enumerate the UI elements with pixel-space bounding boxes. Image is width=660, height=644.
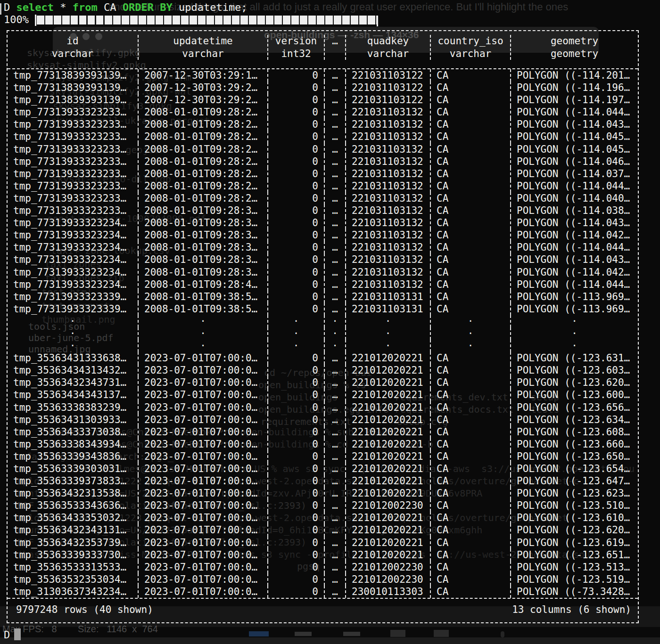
table-row: tmp_77313933323233…2008-01-01T09:28:2…0…… <box>8 130 638 143</box>
table-row: tmp_77313933323339…2008-01-01T09:38:5…0…… <box>8 291 638 303</box>
table-cell: 2023-07-01T07:00:0… <box>138 586 267 598</box>
prompt-line[interactable]: D <box>4 628 21 641</box>
table-cell: 221031103132 <box>345 130 430 143</box>
table-cell: CA <box>430 106 510 118</box>
table-cell: · <box>138 315 267 327</box>
table-cell: 2008-01-01T09:28:2… <box>138 168 267 180</box>
table-cell: 0 <box>267 573 324 586</box>
table-cell: 230010113303 <box>345 586 430 598</box>
table-cell: POLYGON ((-123.656… <box>510 401 638 414</box>
table-cell: CA <box>430 561 510 573</box>
table-row: tmp_35363434313432…2023-07-01T07:00:0…0…… <box>8 364 638 376</box>
table-cell: 2023-07-01T07:00:0… <box>138 438 267 450</box>
table-cell: tmp_35363532353034… <box>8 573 138 586</box>
table-cell: 221012020221 <box>345 475 430 487</box>
table-cell: … <box>324 217 345 229</box>
table-cell: 2008-01-01T09:28:3… <box>138 204 267 217</box>
table-body: tmp_77313839393139…2007-12-30T03:29:1…0…… <box>8 69 638 598</box>
table-cell: 221031103132 <box>345 143 430 155</box>
table-cell: tmp_35363533343636… <box>8 499 138 512</box>
table-cell: POLYGON ((-114.043… <box>510 118 638 130</box>
table-cell: 0 <box>267 549 324 561</box>
table-cell: CA <box>430 426 510 438</box>
table-cell: 2008-01-01T09:28:3… <box>138 241 267 253</box>
table-cell: tmp_77313933323233… <box>8 118 138 130</box>
table-cell: POLYGON ((-123.651… <box>510 549 638 561</box>
table-cell: POLYGON ((-123.619… <box>510 537 638 549</box>
table-cell: 2023-07-01T07:00:0… <box>138 549 267 561</box>
table-cell: tmp_35363433373038… <box>8 426 138 438</box>
table-cell: … <box>324 241 345 253</box>
table-cell: 2023-07-01T07:00:0… <box>138 352 267 364</box>
table-cell: CA <box>430 217 510 229</box>
table-cell: tmp_77313933323233… <box>8 106 138 118</box>
result-table: idvarcharupdatetimevarcharversionint32…q… <box>7 30 639 623</box>
table-cell: 221012020221 <box>345 549 430 561</box>
table-cell: 2008-01-01T09:38:5… <box>138 303 267 315</box>
table-cell: POLYGON ((-123.654… <box>510 463 638 475</box>
table-row: tmp_77313933323233…2008-01-01T09:28:3…0…… <box>8 204 638 217</box>
table-cell: POLYGON ((-123.647… <box>510 475 638 487</box>
table-cell: CA <box>430 278 510 291</box>
table-cell: POLYGON ((-123.620… <box>510 376 638 389</box>
table-cell: POLYGON ((-114.197… <box>510 94 638 106</box>
table-cell: 0 <box>267 266 324 278</box>
table-cell: POLYGON ((-114.044… <box>510 278 638 291</box>
table-cell: tmp_35363339333730… <box>8 549 138 561</box>
table-cell: tmp_77313933323233… <box>8 204 138 217</box>
table-cell: … <box>324 586 345 598</box>
table-row-ellipsis: ······· <box>8 315 638 327</box>
table-cell: tmp_77313933323233… <box>8 130 138 143</box>
table-cell: POLYGON ((-114.044… <box>510 106 638 118</box>
table-cell: CA <box>430 253 510 266</box>
table-cell: tmp_77313933323233… <box>8 155 138 168</box>
table-cell: CA <box>430 291 510 303</box>
table-cell: tmp_35363434313432… <box>8 364 138 376</box>
table-cell: 221031103132 <box>345 204 430 217</box>
table-cell: POLYGON ((-123.623… <box>510 487 638 499</box>
table-row: tmp_77313933323233…2008-01-01T09:28:2…0…… <box>8 168 638 180</box>
table-cell: · <box>345 340 430 352</box>
table-cell: … <box>324 82 345 94</box>
table-row: tmp_35363533313533…2023-07-01T07:00:0…0…… <box>8 561 638 573</box>
table-cell: tmp_77313839393139… <box>8 69 138 82</box>
table-cell: … <box>324 106 345 118</box>
table-cell: 221031103132 <box>345 106 430 118</box>
table-cell: … <box>324 512 345 524</box>
table-cell: POLYGON ((-123.610… <box>510 512 638 524</box>
table-cell: 0 <box>267 475 324 487</box>
table-cell: 2008-01-01T09:28:4… <box>138 278 267 291</box>
table-cell: POLYGON ((-114.038… <box>510 204 638 217</box>
table-cell: tmp_77313933323233… <box>8 180 138 192</box>
table-cell: 0 <box>267 180 324 192</box>
table-cell: 0 <box>267 278 324 291</box>
table-cell: 221012020221 <box>345 512 430 524</box>
table-footer: 9797248 rows (40 shown) 13 columns (6 sh… <box>8 598 638 622</box>
table-row: tmp_77313933323234…2008-01-01T09:28:3…0…… <box>8 253 638 266</box>
table-cell: 221012020221 <box>345 389 430 401</box>
table-cell: 0 <box>267 401 324 414</box>
table-cell: · <box>324 327 345 340</box>
table-row: tmp_35363432343731…2023-07-01T07:00:0…0…… <box>8 376 638 389</box>
table-cell: 221031103132 <box>345 155 430 168</box>
table-cell: 0 <box>267 376 324 389</box>
table-cell: 0 <box>267 499 324 512</box>
table-cell: 0 <box>267 450 324 463</box>
table-cell: 0 <box>267 106 324 118</box>
table-cell: 0 <box>267 69 324 82</box>
table-cell: POLYGON ((-123.660… <box>510 438 638 450</box>
table-cell: 221012002230 <box>345 499 430 512</box>
table-cell: CA <box>430 487 510 499</box>
table-cell: 2008-01-01T09:28:2… <box>138 130 267 143</box>
table-cell: 2023-07-01T07:00:0… <box>138 376 267 389</box>
table-cell: POLYGON ((-123.650… <box>510 450 638 463</box>
table-cell: 221012020221 <box>345 376 430 389</box>
table-cell: … <box>324 376 345 389</box>
table-row: tmp_35363339343836…2023-07-01T07:00:0…0…… <box>8 450 638 463</box>
table-cell: tmp_35363434343137… <box>8 389 138 401</box>
table-row: tmp_35363434343137…2023-07-01T07:00:0…0…… <box>8 389 638 401</box>
sql-text: * <box>54 1 73 13</box>
table-cell: tmp_35363432343131… <box>8 524 138 536</box>
progress-percent-label: 100% <box>4 14 29 26</box>
table-row-ellipsis: ······· <box>8 340 638 352</box>
